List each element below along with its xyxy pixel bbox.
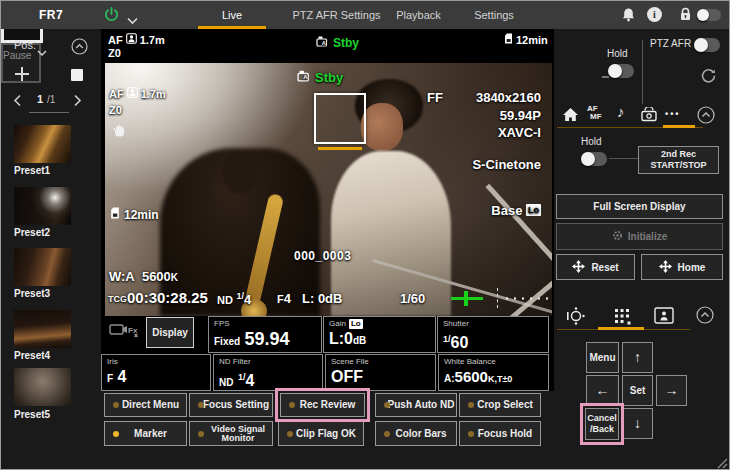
fps-panel[interactable]: FPS Fixed 59.94 bbox=[208, 316, 322, 353]
overlay-codec: XAVC-I bbox=[498, 125, 541, 140]
refresh-icon[interactable] bbox=[700, 67, 717, 88]
focus-hold-button[interactable]: Focus Hold bbox=[459, 421, 541, 446]
position-dropdown-chevron-icon[interactable] bbox=[37, 43, 47, 61]
rec-review-highlight: Rec Review bbox=[275, 388, 370, 422]
assign-indicator bbox=[289, 402, 295, 408]
tab-playback[interactable]: Playback bbox=[376, 1, 461, 29]
media-card-icon bbox=[110, 207, 120, 222]
iris-panel[interactable]: Iris F 4 bbox=[101, 354, 211, 391]
collapse-panel-icon[interactable] bbox=[697, 106, 715, 128]
overlay-gain: L: 0dB bbox=[302, 291, 342, 306]
add-preset-icon[interactable] bbox=[13, 65, 31, 87]
home-button[interactable]: Home bbox=[641, 254, 723, 280]
assign-indicator bbox=[384, 402, 390, 408]
color-bars-button[interactable]: Color Bars bbox=[375, 421, 457, 446]
gain-panel[interactable]: GainLo L:0dB bbox=[323, 316, 436, 353]
live-video-feed[interactable]: AF 1.7m Z0 A Stby FF 3840x2160 59.94P XA… bbox=[105, 63, 552, 316]
af-mf-tab-icon[interactable]: AF MF bbox=[587, 105, 602, 121]
2nd-rec-start-stop-button[interactable]: 2nd Rec START/STOP bbox=[638, 146, 719, 174]
active-tab-underline bbox=[663, 125, 695, 128]
clip-flag-ok-button[interactable]: Clip Flag OK bbox=[278, 421, 364, 446]
preset2-label[interactable]: Preset2 bbox=[14, 227, 50, 238]
preset1-label[interactable]: Preset1 bbox=[14, 165, 50, 176]
cancel-back-button[interactable]: Cancel /Back bbox=[585, 408, 619, 440]
2nd-rec-hold-toggle[interactable] bbox=[581, 152, 607, 166]
lock-icon bbox=[679, 7, 692, 26]
face-tracking-underline bbox=[318, 147, 362, 150]
lock-toggle[interactable] bbox=[697, 9, 721, 21]
page-total: /1 bbox=[47, 94, 55, 105]
ptz-camera-tab-icon[interactable] bbox=[640, 107, 658, 126]
pad-left-button[interactable]: ← bbox=[586, 375, 619, 406]
position-group-label[interactable]: Pos. bbox=[14, 39, 36, 51]
statusbar-record-state: A Stby bbox=[316, 36, 359, 50]
initialize-button[interactable]: Initialize bbox=[556, 223, 723, 250]
collapse-pad-icon[interactable] bbox=[696, 306, 714, 328]
stop-icon[interactable] bbox=[71, 69, 83, 81]
2nd-rec-hold-label: Hold bbox=[581, 136, 602, 147]
assign-indicator bbox=[198, 402, 204, 408]
scene-file-panel[interactable]: Scene File OFF bbox=[325, 354, 436, 391]
rec-hold-toggle[interactable] bbox=[608, 64, 634, 78]
shutter-panel[interactable]: Shutter 1/60 bbox=[437, 316, 549, 353]
crop-select-button[interactable]: Crop Select bbox=[459, 393, 541, 417]
white-balance-panel[interactable]: White Balance A:5600K,T±0 bbox=[438, 354, 549, 391]
notifications-bell-icon[interactable] bbox=[621, 7, 636, 27]
pad-right-button[interactable]: → bbox=[656, 375, 687, 406]
preset4-label[interactable]: Preset4 bbox=[14, 350, 50, 361]
display-button[interactable]: Display bbox=[146, 317, 194, 348]
pad-active-tab-underline bbox=[598, 327, 644, 330]
tab-live[interactable]: Live bbox=[196, 1, 268, 29]
overlay-iris: F4 bbox=[277, 291, 291, 306]
overlay-framerate: 59.94P bbox=[500, 108, 541, 123]
rec-review-button[interactable]: Rec Review bbox=[280, 393, 365, 417]
preset1-thumbnail[interactable] bbox=[14, 125, 71, 163]
more-tab-icon[interactable]: ••• bbox=[665, 109, 680, 119]
media-card-icon bbox=[504, 33, 513, 46]
pad-down-button[interactable]: ↓ bbox=[622, 408, 653, 439]
full-screen-display-button[interactable]: Full Screen Display bbox=[556, 194, 723, 219]
page-next-icon[interactable] bbox=[73, 93, 82, 111]
preset3-label[interactable]: Preset3 bbox=[14, 288, 50, 299]
tab-settings[interactable]: Settings bbox=[463, 1, 525, 29]
saxophonist-head bbox=[223, 153, 257, 193]
preset4-thumbnail[interactable] bbox=[14, 310, 71, 348]
overlay-focus-mode: FF bbox=[427, 90, 443, 105]
face-detection-box bbox=[314, 93, 366, 144]
tab-ptz-afr-settings[interactable]: PTZ AFR Settings bbox=[284, 1, 389, 29]
audio-tab-icon[interactable]: ♪ bbox=[617, 103, 625, 120]
marker-button[interactable]: Marker bbox=[104, 421, 187, 446]
preset2-thumbnail[interactable] bbox=[14, 187, 71, 225]
preset5-thumbnail[interactable] bbox=[14, 368, 71, 406]
page-prev-icon[interactable] bbox=[13, 93, 22, 111]
crop-person-tab-icon[interactable] bbox=[654, 307, 674, 328]
set-button[interactable]: Set bbox=[622, 375, 653, 406]
panel-divider bbox=[642, 40, 643, 104]
svg-text:A: A bbox=[322, 40, 326, 46]
nd-filter-panel[interactable]: ND Filter ND 1/4 bbox=[213, 354, 323, 391]
menu-button[interactable]: Menu bbox=[586, 342, 619, 373]
pad-up-button[interactable]: ↑ bbox=[622, 342, 653, 373]
ptz-afr-toggle[interactable] bbox=[694, 38, 720, 52]
chevron-down-icon[interactable] bbox=[127, 11, 138, 29]
camera-monitor: AF 1.7m Z0 A Stby 12min bbox=[101, 29, 554, 391]
push-auto-nd-button[interactable]: Push Auto ND bbox=[375, 393, 457, 417]
direct-menu-button[interactable]: Direct Menu bbox=[104, 393, 187, 417]
info-icon[interactable]: i bbox=[647, 7, 662, 22]
rec-hold-link bbox=[602, 76, 609, 78]
collapse-sidebar-icon[interactable] bbox=[71, 38, 88, 59]
arrow-down-icon: ↓ bbox=[634, 418, 641, 429]
overlay-focus: AF 1.7m bbox=[109, 87, 166, 100]
power-icon[interactable] bbox=[103, 6, 120, 27]
reset-button[interactable]: Reset bbox=[556, 254, 635, 280]
resize-handle[interactable] bbox=[715, 455, 728, 470]
video-signal-monitor-button[interactable]: Video Signal Monitor bbox=[189, 421, 273, 446]
overlay-zoom: Z0 bbox=[109, 104, 122, 116]
preset3-thumbnail[interactable] bbox=[14, 248, 71, 286]
joystick-tab-icon[interactable] bbox=[566, 306, 586, 330]
preset5-label[interactable]: Preset5 bbox=[14, 409, 50, 420]
overlay-media: 12min bbox=[110, 207, 159, 222]
level-meter-marker bbox=[464, 291, 468, 306]
home-tab-icon[interactable] bbox=[562, 107, 579, 126]
focus-setting-button[interactable]: Focus Setting bbox=[189, 393, 273, 417]
